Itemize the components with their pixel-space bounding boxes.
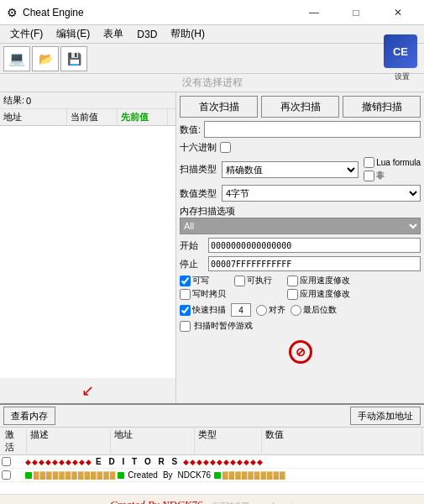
left-panel: 结果: 0 地址 当前值 先前值 ↙ — [0, 92, 176, 403]
results-count: 0 — [26, 96, 31, 106]
th-prev[interactable]: 先前值 — [118, 109, 168, 125]
down-arrow-icon: ↙ — [81, 381, 94, 400]
view-memory-button[interactable]: 查看内存 — [3, 407, 55, 425]
editors-content: ◆◆◆◆◆◆◆◆◆◆ E D I T O R S ◆◆◆◆◆◆◆◆◆◆◆◆ — [25, 457, 424, 466]
apply-speed-mod-checkbox[interactable] — [287, 289, 298, 300]
hex-label: 十六进制 — [180, 141, 217, 154]
align-text: 对齐 — [269, 304, 285, 316]
undo-scan-button[interactable]: 撤销扫描 — [343, 96, 421, 118]
executable-label: 可执行 — [234, 275, 272, 286]
menu-help[interactable]: 帮助(H) — [164, 25, 212, 43]
th-value: 数值 — [262, 428, 422, 454]
scan-type-select[interactable]: 精确数值 — [222, 161, 359, 178]
copy-on-write-text: 写时拷贝 — [192, 288, 226, 300]
fast-scan-label: 快速扫描 — [180, 304, 226, 316]
toolbar-process-button[interactable]: 💻 — [3, 46, 30, 71]
apply-speed-mod-label: 应用速度修改 — [287, 288, 350, 300]
right-panel: 首次扫描 再次扫描 撤销扫描 数值: 十六进制 扫描类型 精确数值 — [176, 92, 424, 403]
close-button[interactable]: ✕ — [379, 0, 417, 25]
value-type-select[interactable]: 4字节 — [222, 185, 421, 202]
not-text: 非 — [376, 170, 385, 181]
dots-left: ◆◆◆◆◆◆◆◆◆◆ — [25, 458, 92, 466]
scan-table-header: 地址 当前值 先前值 — [0, 109, 175, 126]
stop-symbol: ⊘ — [296, 345, 306, 359]
hex-row: 十六进制 — [180, 141, 421, 154]
align-radio[interactable] — [256, 305, 267, 316]
add-address-button[interactable]: 手动添加地址 — [350, 407, 421, 425]
menu-table[interactable]: 表单 — [97, 25, 130, 43]
value-label: 数值: — [180, 123, 201, 136]
first-scan-button[interactable]: 首次扫描 — [180, 96, 258, 118]
value-input[interactable] — [204, 121, 421, 138]
start-label: 开始 — [180, 239, 205, 252]
menu-edit[interactable]: 编辑(E) — [50, 25, 97, 43]
ce-logo-inner: CE — [384, 34, 417, 68]
created-text: Created — [128, 470, 158, 480]
value-type-label: 数值类型 — [180, 187, 217, 200]
bottom-section: 查看内存 手动添加地址 激活 描述 地址 类型 数值 ◆◆◆◆◆◆◆◆◆◆ — [0, 403, 424, 504]
right-checks: 可执行 — [234, 275, 272, 300]
results-row: 结果: 0 — [0, 92, 175, 109]
fast-scan-input[interactable] — [231, 303, 251, 317]
th-address[interactable]: 地址 — [0, 109, 67, 125]
minimize-button[interactable]: — — [295, 0, 333, 25]
speed-checks: 应用速度修改 应用速度修改 — [287, 275, 350, 300]
row2-content: ▓▓▓▓▓▓▓▓▓▓▓▓▓ Created By NDCK76 ▓▓▓▓▓▓▓▓… — [25, 470, 424, 480]
next-scan-button[interactable]: 再次扫描 — [261, 96, 339, 118]
editors-text: E D I T O R S — [96, 457, 180, 466]
menu-bar: 文件(F) 编辑(E) 表单 D3D 帮助(H) — [0, 25, 424, 44]
stop-input[interactable] — [208, 256, 421, 271]
left-checks: 可写 写时拷贝 — [180, 275, 226, 300]
mem-options-label: 内存扫描选项 — [180, 206, 235, 216]
content-area: 结果: 0 地址 当前值 先前值 ↙ 首次扫描 再次扫描 撤销扫描 — [0, 92, 424, 403]
scan-type-row: 扫描类型 精确数值 Lua formula 非 — [180, 157, 421, 181]
row2-checkbox[interactable] — [2, 470, 11, 480]
th-active: 激活 — [2, 428, 27, 454]
app-window: ⚙ Cheat Engine — □ ✕ 文件(F) 编辑(E) 表单 D3D … — [0, 0, 424, 504]
process-status: 没有选择进程 — [182, 76, 243, 90]
fast-scan-checkbox[interactable] — [180, 305, 191, 316]
mem-type-select[interactable]: All — [180, 218, 421, 234]
mem-options-section: 内存扫描选项 All — [180, 205, 421, 234]
scan-list — [0, 126, 175, 378]
ce-logo: CE — [384, 34, 421, 71]
apply-speed-checkbox[interactable] — [287, 276, 298, 286]
th-current[interactable]: 当前值 — [67, 109, 118, 125]
watermark-text: Created By NDCK76 — [110, 498, 202, 504]
menu-file[interactable]: 文件(F) — [3, 25, 50, 43]
fast-scan-text: 快速扫描 — [192, 304, 226, 316]
last-digit-radio[interactable] — [291, 305, 301, 316]
toolbar-save-button[interactable]: 💾 — [60, 46, 87, 71]
lua-checkbox[interactable] — [364, 157, 374, 168]
hex-checkbox[interactable] — [220, 142, 231, 153]
apply-speed-text: 应用速度修改 — [300, 275, 350, 286]
dots-right: ◆◆◆◆◆◆◆◆◆◆◆◆ — [183, 458, 264, 466]
th-addr: 地址 — [111, 428, 195, 454]
start-row: 开始 — [180, 238, 421, 253]
writable-checkbox[interactable] — [180, 276, 191, 286]
green-dot-1 — [25, 472, 32, 479]
pause-text: 扫描时暂停游戏 — [194, 320, 253, 332]
toolbar-open-button[interactable]: 📂 — [32, 46, 59, 71]
not-checkbox[interactable] — [364, 171, 374, 181]
author-text: NDCK76 — [178, 470, 211, 480]
lua-label: Lua formula — [364, 157, 421, 168]
value-row: 数值: — [180, 121, 421, 138]
pause-checkbox[interactable] — [180, 321, 191, 332]
bottom-toolbar: 查看内存 手动添加地址 — [0, 405, 424, 428]
th-desc: 描述 — [27, 428, 111, 454]
align-label: 对齐 — [256, 304, 285, 316]
pause-row: 扫描时暂停游戏 — [180, 320, 421, 332]
executable-checkbox[interactable] — [234, 276, 245, 286]
scan-buttons: 首次扫描 再次扫描 撤销扫描 — [180, 96, 421, 118]
start-input[interactable] — [208, 238, 421, 253]
maximize-button[interactable]: □ — [337, 0, 375, 25]
checkboxes-row: 可写 写时拷贝 可执行 应用速度修改 — [180, 275, 421, 300]
lua-text: Lua formula — [376, 158, 421, 167]
menu-d3d[interactable]: D3D — [130, 27, 164, 42]
yellow-dots-2: ▓▓▓▓▓▓▓▓▓▓ — [222, 471, 286, 480]
copy-on-write-checkbox[interactable] — [180, 289, 191, 300]
row1-checkbox[interactable] — [2, 457, 11, 466]
arrow-area: ↙ — [0, 378, 175, 403]
addr-table-header: 激活 描述 地址 类型 数值 — [0, 428, 424, 455]
